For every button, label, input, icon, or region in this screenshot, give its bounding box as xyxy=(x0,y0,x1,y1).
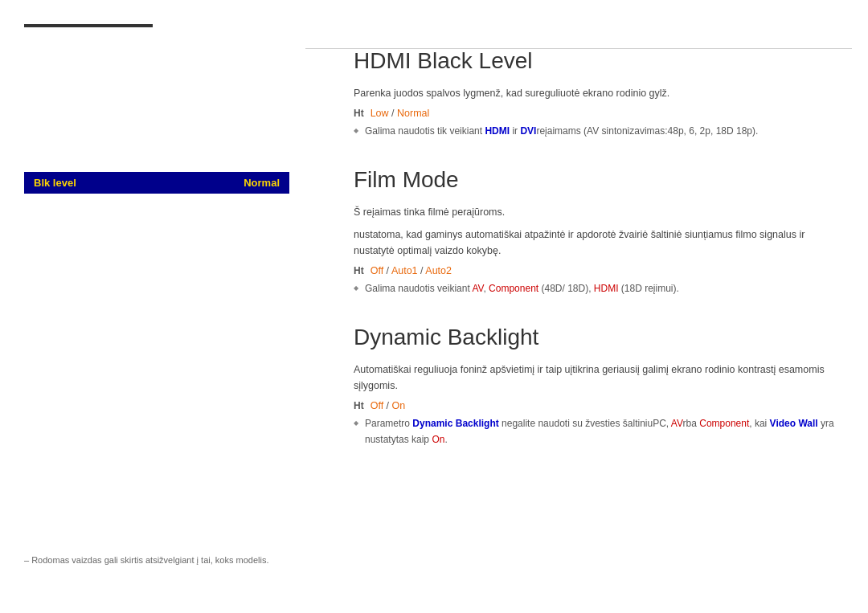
sidebar-menu-item[interactable]: Blk level Normal xyxy=(24,172,289,194)
ht-row-film: Ht Off / Auto1 / Auto2 xyxy=(354,265,836,276)
option-on-dynamic: On xyxy=(392,400,406,411)
section-title-hdmi: HDMI Black Level xyxy=(354,48,836,74)
ht-label-dynamic: Ht xyxy=(354,400,364,411)
bullet-hdmi: Galima naudotis tik veikiant HDMI ir DVI… xyxy=(354,124,836,139)
section-desc-film-1: Š reįaimas tinka filmė peraįūroms. xyxy=(354,204,836,220)
main-content: HDMI Black Level Parenka juodos spalvos … xyxy=(305,0,868,613)
ht-options-hdmi: Low / Normal xyxy=(371,108,430,119)
section-desc-film-2: nustatoma, kad gaminys automatiškai atpa… xyxy=(354,227,836,259)
section-film-mode: Film Mode Š reįaimas tinka filmė peraįūr… xyxy=(354,167,836,296)
option-auto1: Auto1 xyxy=(391,265,418,276)
option-auto2: Auto2 xyxy=(425,265,452,276)
sidebar-menu-right: Normal xyxy=(244,177,280,189)
section-title-dynamic: Dynamic Backlight xyxy=(354,325,836,350)
option-low: Low xyxy=(371,108,389,119)
section-desc-hdmi: Parenka juodos spalvos lygmenž, kad sure… xyxy=(354,85,836,101)
sidebar-menu-left: Blk level xyxy=(34,177,76,189)
ht-row-hdmi: Ht Low / Normal xyxy=(354,108,836,119)
option-off-film: Off xyxy=(371,265,383,276)
sidebar-bottom-note: – Rodomas vaizdas gali skirtis atsižvelg… xyxy=(24,555,268,565)
bullet-film: Galima naudotis veikiant AV, Component (… xyxy=(354,281,836,296)
section-hdmi-black-level: HDMI Black Level Parenka juodos spalvos … xyxy=(354,48,836,139)
top-divider xyxy=(305,48,852,49)
section-desc-dynamic: Automatiškai reguliuoja foninž apšvietim… xyxy=(354,362,836,394)
section-dynamic-backlight: Dynamic Backlight Automatiškai reguliuoj… xyxy=(354,325,836,447)
sidebar: Blk level Normal – Rodomas vaizdas gali … xyxy=(0,0,305,613)
ht-options-film: Off / Auto1 / Auto2 xyxy=(371,265,452,276)
option-off-dynamic: Off xyxy=(371,400,383,411)
section-title-film: Film Mode xyxy=(354,167,836,193)
bullet-dynamic: Parametro Dynamic Backlight negalite nau… xyxy=(354,416,836,447)
ht-label-hdmi: Ht xyxy=(354,108,364,119)
ht-label-film: Ht xyxy=(354,265,364,276)
option-normal: Normal xyxy=(397,108,429,119)
slash-1: / xyxy=(391,108,397,119)
ht-options-dynamic: Off / On xyxy=(371,400,406,411)
sidebar-top-bar xyxy=(24,24,153,27)
ht-row-dynamic: Ht Off / On xyxy=(354,400,836,411)
